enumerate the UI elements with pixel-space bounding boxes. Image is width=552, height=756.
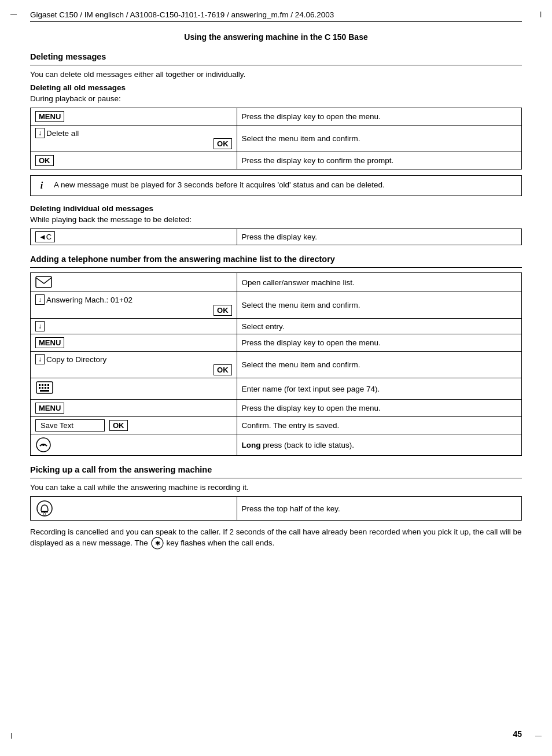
table-row: Save Text OK Confirm. The entry is saved… <box>31 417 522 434</box>
table-row: Enter name (for text input see page 74). <box>31 378 522 400</box>
copy-dir-label: Copy to Directory <box>46 355 106 364</box>
menu-key-1: MENU <box>35 111 64 122</box>
svg-rect-3 <box>42 384 43 386</box>
key-cell-answering-mach: ↓ Answering Mach.: 01+02 OK <box>31 292 237 319</box>
arrow-down-icon-3: ↓ <box>35 321 45 331</box>
envelope-icon <box>35 275 53 289</box>
arrow-down-icon-1: ↓ <box>35 128 45 138</box>
svg-rect-9 <box>47 387 49 389</box>
ok-key-1: OK <box>214 138 232 149</box>
table-row: MENU Press the display key to open the m… <box>31 400 522 417</box>
note-box: i A new message must be played for 3 sec… <box>30 175 522 196</box>
page-main-title: Using the answering machine in the C 150… <box>30 32 522 42</box>
4c-key: ◄C <box>35 231 55 242</box>
info-icon: i <box>36 180 47 191</box>
page: — | | — Gigaset C150 / IM englisch / A31… <box>0 0 552 756</box>
header-bar: Gigaset C150 / IM englisch / A31008-C150… <box>30 10 522 22</box>
menu-key-3: MENU <box>35 403 64 414</box>
desc-cell-keyboard: Enter name (for text input see page 74). <box>237 378 521 400</box>
svg-rect-5 <box>47 384 49 386</box>
ok-key-box-1: OK <box>35 155 54 166</box>
ok-key-save-text: OK <box>109 420 128 431</box>
section-title-deleting: Deleting messages <box>30 52 522 61</box>
key-cell-keyboard <box>31 378 237 400</box>
delete-individual-table: ◄C Press the display key. <box>30 228 522 245</box>
section-title-pickup: Picking up a call from the answering mac… <box>30 465 522 474</box>
delete-all-label: Delete all <box>46 129 79 138</box>
note-text: A new message must be played for 3 secon… <box>54 180 516 189</box>
ok-key-3: OK <box>214 364 232 375</box>
desc-cell-2: Select the menu item and confirm. <box>237 126 521 152</box>
table-row: ↓ Delete all OK Select the menu item and… <box>31 126 522 152</box>
svg-rect-6 <box>39 387 41 389</box>
subsection-title-delete-individual: Deleting individual old messages <box>30 204 522 213</box>
header-text: Gigaset C150 / IM englisch / A31008-C150… <box>30 10 334 19</box>
table-row: MENU Press the display key to open the m… <box>31 108 522 126</box>
svg-rect-0 <box>36 276 51 287</box>
corner-mark-tl: — <box>10 10 17 17</box>
ok-key-2: OK <box>214 305 232 316</box>
section-title-adding: Adding a telephone number from the answe… <box>30 255 522 264</box>
corner-mark-br: — <box>535 732 542 739</box>
key-cell-arrow-only: ↓ <box>31 319 237 334</box>
key-cell-save-text: Save Text OK <box>31 417 237 434</box>
menu-key-2: MENU <box>35 337 64 348</box>
keyboard-icon <box>35 381 54 397</box>
table-row: 0 Press the top half of the key. <box>31 497 522 521</box>
section-divider-3 <box>30 478 522 478</box>
save-text-label: Save Text <box>35 419 105 432</box>
key-cell-menu2: MENU <box>31 334 237 352</box>
key-cell-call: 0 <box>31 497 237 521</box>
key-cell-4c: ◄C <box>31 229 237 245</box>
desc-cell-3: Press the display key to confirm the pro… <box>237 152 521 169</box>
desc-cell-end-button: Long press (back to idle status). <box>237 434 521 456</box>
section-divider-1 <box>30 65 522 65</box>
svg-text:0: 0 <box>43 512 46 516</box>
pickup-footer: Recording is cancelled and you can speak… <box>30 528 522 550</box>
arrow-down-icon-4: ↓ <box>35 354 45 364</box>
svg-rect-7 <box>42 387 43 389</box>
key-cell-ok1: OK <box>31 152 237 169</box>
svg-rect-8 <box>45 387 46 389</box>
desc-cell-1: Press the display key to open the menu. <box>237 108 521 126</box>
svg-rect-2 <box>39 384 41 386</box>
desc-cell-4c: Press the display key. <box>237 229 521 245</box>
delete-all-subtitle: During playback or pause: <box>30 94 522 103</box>
table-row: Long press (back to idle status). <box>31 434 522 456</box>
section-divider-2 <box>30 267 522 268</box>
end-call-icon <box>35 437 51 453</box>
table-row: ↓ Copy to Directory OK Select the menu i… <box>31 352 522 378</box>
desc-cell-save-text: Confirm. The entry is saved. <box>237 417 521 434</box>
subsection-title-delete-all: Deleting all old messages <box>30 83 522 92</box>
desc-cell-arrow: Select entry. <box>237 319 521 334</box>
table-row: ◄C Press the display key. <box>31 229 522 245</box>
desc-cell-menu2: Press the display key to open the menu. <box>237 334 521 352</box>
svg-rect-10 <box>40 390 49 392</box>
table-row: OK Press the display key to confirm the … <box>31 152 522 169</box>
desc-cell-envelope: Open caller/answer machine list. <box>237 273 521 292</box>
deleting-intro: You can delete old messages either all t… <box>30 70 522 79</box>
key-cell-envelope <box>31 273 237 292</box>
key-cell-menu1: MENU <box>31 108 237 126</box>
table-row: MENU Press the display key to open the m… <box>31 334 522 352</box>
key-cell-copy-dir: ↓ Copy to Directory OK <box>31 352 237 378</box>
delete-all-table: MENU Press the display key to open the m… <box>30 108 522 169</box>
table-row: ↓ Select entry. <box>31 319 522 334</box>
answering-mach-label: Answering Mach.: 01+02 <box>46 296 133 304</box>
desc-cell-call: Press the top half of the key. <box>237 497 521 521</box>
table-row: Open caller/answer machine list. <box>31 273 522 292</box>
arrow-down-icon-2: ↓ <box>35 294 45 305</box>
adding-number-table: Open caller/answer machine list. ↓ Answe… <box>30 272 522 456</box>
page-number: 45 <box>513 729 522 739</box>
desc-cell-copy-dir: Select the menu item and confirm. <box>237 352 521 378</box>
key-cell-menu3: MENU <box>31 400 237 417</box>
svg-rect-4 <box>45 384 46 386</box>
key-cell-delete-all: ↓ Delete all OK <box>31 126 237 152</box>
pickup-table: 0 Press the top half of the key. <box>30 496 522 521</box>
call-key-icon: 0 <box>35 499 54 518</box>
hash-icon: ✱ <box>150 536 164 550</box>
key-cell-end-button <box>31 434 237 456</box>
pickup-intro: You can take a call while the answering … <box>30 483 522 492</box>
svg-point-12 <box>42 444 45 446</box>
desc-cell-answering-mach: Select the menu item and confirm. <box>237 292 521 319</box>
